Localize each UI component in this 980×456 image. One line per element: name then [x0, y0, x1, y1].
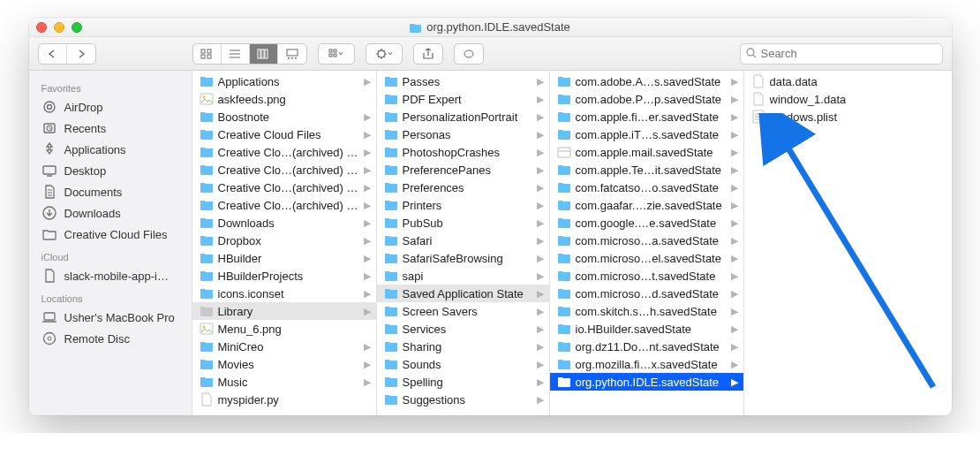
- list-item[interactable]: com.microso…a.savedState▶: [550, 232, 743, 249]
- list-item[interactable]: windows.plist: [744, 108, 947, 125]
- list-item[interactable]: Creative Clo…(archived) (3)▶: [192, 179, 376, 196]
- list-item[interactable]: Saved Application State▶: [377, 285, 549, 302]
- sidebar-item-label: Creative Cloud Files: [64, 228, 168, 241]
- list-item[interactable]: Preferences▶: [377, 179, 549, 196]
- action-button[interactable]: [366, 44, 402, 64]
- list-item[interactable]: com.microso…el.savedState▶: [550, 249, 743, 267]
- list-item[interactable]: Dropbox▶: [192, 232, 376, 249]
- list-item[interactable]: data.data: [744, 72, 947, 90]
- chevron-right-icon: ▶: [364, 376, 371, 388]
- list-item[interactable]: Music▶: [192, 373, 376, 391]
- list-item[interactable]: Applications▶: [192, 72, 376, 90]
- list-item[interactable]: Printers▶: [377, 196, 549, 214]
- list-item[interactable]: HBuilderProjects▶: [192, 267, 376, 285]
- list-item[interactable]: Creative Cloud Files▶: [192, 125, 376, 143]
- list-item[interactable]: com.google.…e.savedState▶: [550, 214, 743, 232]
- list-item[interactable]: com.skitch.s…h.savedState▶: [550, 302, 743, 320]
- list-item[interactable]: Passes▶: [377, 72, 549, 90]
- list-item[interactable]: com.fatcatso…o.savedState▶: [550, 179, 743, 196]
- list-item[interactable]: Creative Clo…(archived) (1)▶: [192, 143, 376, 161]
- back-button[interactable]: [39, 44, 67, 64]
- list-item[interactable]: com.apple.mail.savedState▶: [550, 143, 743, 161]
- list-item[interactable]: Suggestions▶: [377, 391, 549, 408]
- list-item[interactable]: Personas▶: [377, 125, 549, 143]
- folder-icon: [200, 163, 214, 177]
- folder-icon: [557, 180, 571, 194]
- minimize-button[interactable]: [54, 22, 64, 33]
- list-item[interactable]: sapi▶: [377, 267, 549, 285]
- chevron-right-icon: ▶: [731, 376, 738, 388]
- list-item[interactable]: com.apple.fi…er.savedState▶: [550, 108, 743, 125]
- list-item[interactable]: org.dz11.Do…nt.savedState▶: [550, 338, 743, 355]
- sidebar-item[interactable]: Documents: [29, 181, 192, 202]
- list-item[interactable]: Screen Savers▶: [377, 302, 549, 320]
- list-item[interactable]: Services▶: [377, 320, 549, 338]
- titlebar[interactable]: org.python.IDLE.savedState: [29, 18, 952, 37]
- list-item[interactable]: window_1.data: [744, 90, 947, 108]
- traffic-lights: [36, 22, 82, 33]
- list-item[interactable]: Creative Clo…(archived) (2)▶: [192, 161, 376, 179]
- list-item[interactable]: myspider.py: [192, 391, 376, 408]
- list-item[interactable]: MiniCreo▶: [192, 338, 376, 355]
- chevron-right-icon: ▶: [537, 164, 544, 176]
- list-item[interactable]: Sharing▶: [377, 338, 549, 355]
- list-item[interactable]: PersonalizationPortrait▶: [377, 108, 549, 125]
- list-item[interactable]: com.adobe.A…s.savedState▶: [550, 72, 743, 90]
- maximize-button[interactable]: [72, 22, 82, 33]
- sidebar-item[interactable]: AirDrop: [29, 96, 192, 118]
- sidebar-item[interactable]: Desktop: [29, 160, 192, 181]
- sidebar-item[interactable]: Applications: [29, 139, 192, 160]
- view-columns-button[interactable]: [250, 44, 278, 64]
- tags-button[interactable]: [455, 44, 483, 64]
- view-list-button[interactable]: [222, 44, 250, 64]
- list-item[interactable]: PreferencePanes▶: [377, 161, 549, 179]
- column[interactable]: Applications▶askfeeds.pngBoostnote▶Creat…: [192, 71, 377, 415]
- list-item[interactable]: Menu_6.png: [192, 320, 376, 338]
- list-item[interactable]: PDF Expert▶: [377, 90, 549, 108]
- list-item[interactable]: com.gaafar.…zie.savedState▶: [550, 196, 743, 214]
- list-item[interactable]: Downloads▶: [192, 214, 376, 232]
- list-item[interactable]: Safari▶: [377, 232, 549, 249]
- list-item[interactable]: com.microso…t.savedState▶: [550, 267, 743, 285]
- sidebar-item[interactable]: slack-mobile-app-i…: [29, 265, 192, 286]
- list-item[interactable]: Sounds▶: [377, 355, 549, 373]
- forward-button[interactable]: [67, 44, 95, 64]
- list-item[interactable]: PhotoshopCrashes▶: [377, 143, 549, 161]
- sidebar[interactable]: FavoritesAirDropRecentsApplicationsDeskt…: [29, 71, 192, 415]
- list-item[interactable]: HBuilder▶: [192, 249, 376, 267]
- folder-icon: [557, 286, 571, 300]
- list-item[interactable]: com.adobe.P…p.savedState▶: [550, 90, 743, 108]
- list-item[interactable]: com.apple.iT…s.savedState▶: [550, 125, 743, 143]
- list-item[interactable]: org.python.IDLE.savedState▶: [550, 373, 743, 391]
- sidebar-item[interactable]: Creative Cloud Files: [29, 224, 192, 245]
- list-item[interactable]: com.apple.Te…it.savedState▶: [550, 161, 743, 179]
- list-item[interactable]: io.HBuilder.savedState▶: [550, 320, 743, 338]
- arrange-button[interactable]: [319, 44, 354, 64]
- desktop-icon: [41, 163, 57, 179]
- list-item[interactable]: Boostnote▶: [192, 108, 376, 125]
- list-item[interactable]: SafariSafeBrowsing▶: [377, 249, 549, 267]
- close-button[interactable]: [36, 22, 47, 33]
- search-field[interactable]: [740, 43, 943, 65]
- search-input[interactable]: [760, 47, 936, 60]
- list-item[interactable]: icons.iconset▶: [192, 285, 376, 302]
- list-item[interactable]: Movies▶: [192, 355, 376, 373]
- column[interactable]: com.adobe.A…s.savedState▶com.adobe.P…p.s…: [550, 71, 744, 415]
- list-item[interactable]: com.microso…d.savedState▶: [550, 285, 743, 302]
- view-gallery-button[interactable]: [278, 44, 306, 64]
- share-button[interactable]: [414, 44, 442, 64]
- column[interactable]: data.datawindow_1.datawindows.plist: [744, 71, 947, 415]
- list-item[interactable]: Library▶: [192, 302, 376, 320]
- list-item[interactable]: Spelling▶: [377, 373, 549, 391]
- sidebar-item[interactable]: Usher's MacBook Pro: [29, 307, 192, 328]
- sidebar-item[interactable]: Recents: [29, 118, 192, 139]
- sidebar-section-header: Favorites: [29, 76, 192, 96]
- list-item[interactable]: PubSub▶: [377, 214, 549, 232]
- sidebar-item[interactable]: Downloads: [29, 202, 192, 224]
- view-icons-button[interactable]: [193, 44, 222, 64]
- list-item[interactable]: Creative Clo…(archived) (4)▶: [192, 196, 376, 214]
- column[interactable]: Passes▶PDF Expert▶PersonalizationPortrai…: [377, 71, 550, 415]
- sidebar-item[interactable]: Remote Disc: [29, 328, 192, 349]
- list-item[interactable]: org.mozilla.fi…x.savedState▶: [550, 355, 743, 373]
- list-item[interactable]: askfeeds.png: [192, 90, 376, 108]
